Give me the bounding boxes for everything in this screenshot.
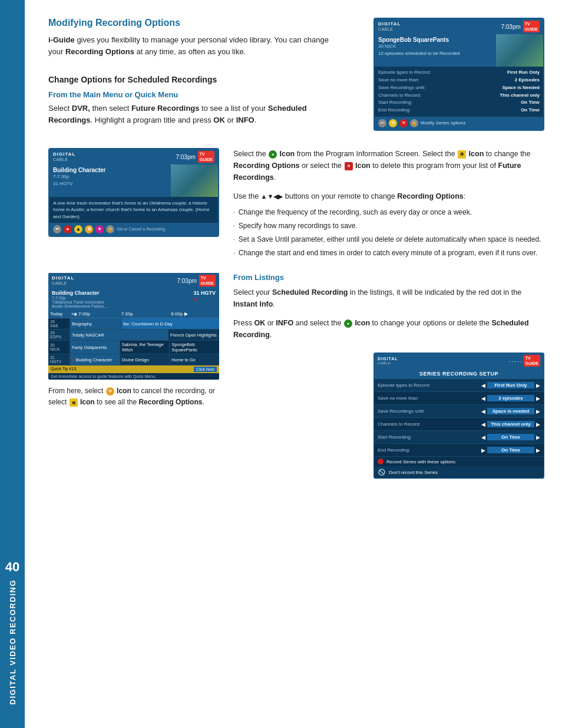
end-right-arrow[interactable]: ▶ [536, 447, 540, 453]
channel-right: 31 HGTV ● [193, 290, 216, 308]
save-until-control[interactable]: ◀ Space is needed ▶ [481, 408, 540, 414]
info-label: INFO [236, 116, 254, 124]
sidebar-label: DIGITAL VIDEO RECORDING [8, 579, 17, 704]
from-listings-text: Select your Scheduled Recording in the l… [233, 286, 544, 310]
detail-row-5: Start Recording: On Time [378, 99, 540, 107]
save-control[interactable]: ◀ 3 episodes ▶ [481, 395, 540, 401]
bullet-text-1: Change the frequency of the recording, s… [239, 207, 472, 218]
brand-logo: DIGITAL CABLE [378, 22, 401, 31]
yellow-icon: ⚙ [458, 150, 466, 159]
middle-left: DIGITAL CABLE 7:03pm TVGUIDE Building Ch… [48, 148, 219, 261]
record-series-row[interactable]: Record Series with these options [374, 457, 544, 466]
svg-line-1 [380, 470, 384, 474]
listings-show-info: Building Character 7-7:30p "Oklahoma Tra… [48, 288, 219, 310]
save-right-arrow[interactable]: ▶ [536, 396, 540, 401]
icon-cancel-label: Icon [117, 387, 131, 395]
bullet-dot-2: · [233, 222, 235, 230]
bottom-right: From Listings Select your Scheduled Reco… [233, 273, 544, 479]
bullet-item-3: · Set a Save Until parameter, either unt… [233, 234, 544, 245]
brand-logo-mid: DIGITAL CABLE [53, 152, 75, 162]
icon-label-2: Icon [469, 150, 484, 158]
from-listings-header: From Listings [233, 273, 544, 282]
until-left-arrow[interactable]: ◀ [481, 409, 485, 414]
grid-row-31: 31HGTV ●Building Character Divine Design… [48, 354, 219, 365]
series-brand: DIGITAL CABLE [378, 357, 398, 365]
icons-row: ↩ ● ▲ ⚙ ♥ 🔒 Set or Cancel a Recording [49, 223, 218, 236]
channel-left-arrow[interactable]: ◀ [481, 421, 485, 427]
screen-header: DIGITAL CABLE 7:03pm TVGUIDE [375, 19, 543, 34]
icon-label-4: Icon [355, 319, 370, 327]
end-control[interactable]: ▶ On Time ▶ [481, 447, 540, 453]
bullet-text-4: Change the start and end times in order … [239, 248, 538, 258]
series-row-4: Channels to Record: ◀ This channel only … [374, 418, 544, 431]
red-dot-indicator: ● [193, 296, 216, 302]
settings-icon[interactable]: ⚙ [389, 119, 397, 127]
screen-body-mid: Building Character 7-7:30p 31 HGTV [49, 164, 218, 197]
bullet-text-3: Set a Save Until parameter, either until… [239, 234, 541, 245]
tv-guide-badge: TVGUIDE [523, 21, 540, 32]
intro-paragraph: i-Guide gives you flexibility to manage … [48, 34, 331, 57]
icon-label-1: Icon [280, 150, 295, 158]
heart-button[interactable]: ♥ [95, 225, 104, 233]
instant-info-bold: Instant Info [233, 300, 273, 308]
back-icon[interactable]: ↩ [378, 119, 386, 127]
building-character-screen: DIGITAL CABLE 7:03pm TVGUIDE Building Ch… [48, 148, 219, 237]
lock-button[interactable]: 🔒 [106, 225, 114, 233]
quick-tip-bar: Quick Tip #13: Click here [48, 365, 219, 373]
time-listings: 7:03pm TVGUIDE [177, 275, 216, 286]
delete-icon[interactable]: ✕ [399, 119, 408, 127]
recording-options-label-2: Recording Options [397, 192, 464, 200]
from-here-paragraph: From here, select ⟳ Icon to cancel the r… [48, 386, 219, 408]
series-row-3: Save Recordings until: ◀ Space is needed… [374, 405, 544, 418]
settings-button[interactable]: ▲ [74, 225, 82, 233]
save-left-arrow[interactable]: ◀ [481, 396, 485, 401]
screen-body: SpongeBob SquarePants 30 NICK 12 episode… [375, 34, 543, 67]
record-series-label: Record Series with these options [386, 459, 455, 465]
detail-row-6: End Recording: On Time [378, 107, 540, 114]
start-right-arrow[interactable]: ▶ [536, 434, 540, 440]
dont-record-row[interactable]: Don't record this Series [374, 466, 544, 478]
page-number: 40 [5, 559, 19, 575]
info-bold: INFO [276, 319, 293, 327]
bullet-list: · Change the frequency of the recording,… [233, 207, 544, 258]
record-button[interactable]: ● [64, 225, 72, 233]
nav-arrows: ▲▼◀▶ [261, 193, 283, 200]
channel-control[interactable]: ◀ This channel only ▶ [481, 421, 540, 427]
screen-info-mid: Building Character 7-7:30p 31 HGTV [49, 164, 171, 197]
icon-options-label: Icon [80, 398, 95, 406]
top-row: Modifying Recording Options i-Guide give… [48, 18, 544, 136]
listings-screen: DIGITAL CABLE 7:03pm TVGUIDE Building Ch… [48, 273, 219, 380]
start-control[interactable]: ◀ On Time ▶ [481, 434, 540, 440]
series-row-5: Start Recording: ◀ On Time ▶ [374, 431, 544, 444]
select-icon-paragraph: Select the ● Icon from the Program Infor… [233, 148, 544, 183]
listings-header: DIGITAL CABLE 7:03pm TVGUIDE [48, 273, 219, 288]
gear-button[interactable]: ⚙ [85, 225, 93, 233]
screen-desc: A one-time trash incinerator that's home… [49, 197, 218, 223]
series-row-2: Save no more than: ◀ 3 episodes ▶ [374, 392, 544, 405]
dvr-label: DVR, [72, 104, 90, 113]
episode-left-arrow[interactable]: ◀ [481, 383, 485, 388]
from-main-menu-header: From the Main Menu or Quick Menu [48, 90, 362, 99]
green-icon-1: ● [269, 150, 277, 159]
tv-guide-badge-mid: TVGUIDE [198, 151, 214, 163]
lock-icon[interactable]: 🔒 [410, 119, 418, 127]
start-left-arrow[interactable]: ◀ [481, 434, 485, 440]
brand-logo-listings: DIGITAL CABLE [52, 276, 74, 285]
from-main-menu-text: Select DVR, then select Future Recording… [48, 103, 331, 126]
screen-info: SpongeBob SquarePants 30 NICK 12 episode… [375, 34, 496, 67]
channel-right-arrow[interactable]: ▶ [536, 421, 540, 427]
time-display: 7:03pm TVGUIDE [501, 21, 540, 32]
detail-row-3: Save Recordings until: Space is Needed [378, 84, 540, 92]
end-left-arrow[interactable]: ▶ [481, 447, 485, 453]
episode-control[interactable]: ◀ First Run Only ▶ [481, 382, 540, 388]
cancel-recording-icon [378, 468, 386, 476]
scheduled-recording-bold: Scheduled Recording [272, 288, 348, 297]
until-right-arrow[interactable]: ▶ [536, 409, 540, 414]
app-name: i-Guide [48, 35, 75, 44]
sidebar: 40 DIGITAL VIDEO RECORDING [0, 0, 25, 728]
series-time: - - - - - TVGUIDE [509, 355, 540, 367]
series-row-6: End Recording: ▶ On Time ▶ [374, 444, 544, 457]
click-here-button[interactable]: Click here [194, 367, 217, 372]
episode-right-arrow[interactable]: ▶ [536, 383, 540, 388]
back-button[interactable]: ↩ [53, 225, 61, 233]
